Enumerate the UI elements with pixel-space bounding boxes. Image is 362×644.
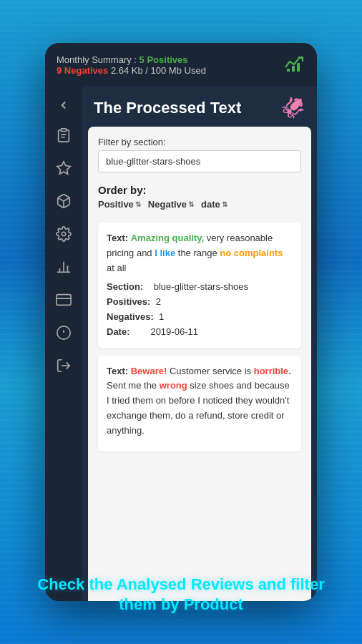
svg-point-8 [62,232,66,236]
order-date-button[interactable]: date ⇅ [201,199,228,210]
summary-label: Monthly Summary : [57,54,137,65]
review-1-date: Date: 2019-06-11 [107,325,293,340]
svg-rect-3 [61,129,66,132]
bottom-text: Check the Analysed Reviews and filter th… [0,560,362,623]
filter-section: Filter by section: [98,137,301,172]
sidebar-item-logout[interactable] [45,349,82,382]
sort-arrows-positive: ⇅ [135,200,141,208]
order-negative-button[interactable]: Negative ⇅ [148,199,194,210]
content-area: The Processed Text 🦑 Filter by section: … [82,86,317,601]
order-buttons: Positive ⇅ Negative ⇅ date ⇅ [98,199,301,210]
svg-rect-2 [297,63,300,72]
sidebar-item-chart[interactable] [45,250,82,283]
summary-bar: Monthly Summary : 5 Positives 9 Negative… [45,43,317,86]
review-1-negatives: Negatives: 1 [107,310,293,325]
phone-container: Monthly Summary : 5 Positives 9 Negative… [45,43,317,601]
sidebar-item-card[interactable] [45,283,82,316]
sidebar-item-clipboard[interactable] [45,119,82,152]
order-section: Order by: Positive ⇅ Negative ⇅ date [98,180,301,215]
bottom-text-container: Check the Analysed Reviews and filter th… [0,560,362,623]
page-title: The Processed Text [94,99,273,117]
positives-count: 5 Positives [140,54,188,65]
review-card-1: Text: Amazing quality, very reasonable p… [98,223,301,348]
review-1-section: Section: blue-glitter-stars-shoes [107,280,293,295]
octopus-icon: 🦑 [280,96,305,119]
filter-label: Filter by section: [98,137,301,147]
svg-rect-1 [292,66,295,72]
main-area: The Processed Text 🦑 Filter by section: … [45,86,317,601]
review-2-text: Text: Beware! Customer service is horrib… [107,364,293,439]
sidebar-item-star[interactable] [45,152,82,185]
summary-text: Monthly Summary : 5 Positives 9 Negative… [57,54,206,76]
filter-input[interactable] [98,150,301,172]
page-header: The Processed Text 🦑 [82,86,317,127]
collapse-arrow[interactable] [45,92,82,119]
sort-arrows-negative: ⇅ [188,200,194,208]
sidebar-item-info[interactable] [45,316,82,349]
svg-rect-13 [57,295,71,306]
review-card-2: Text: Beware! Customer service is horrib… [98,356,301,452]
svg-marker-6 [57,162,70,174]
sidebar-item-box[interactable] [45,185,82,218]
main-card: Filter by section: Order by: Positive ⇅ … [88,127,311,601]
negatives-count: 9 Negatives [57,65,108,76]
review-1-positives: Positives: 2 [107,295,293,310]
trend-icon [283,52,305,79]
sort-arrows-date: ⇅ [222,200,228,208]
sidebar [45,86,82,601]
review-1-text: Text: Amazing quality, very reasonable p… [107,231,293,275]
sidebar-item-settings[interactable] [45,218,82,250]
svg-rect-0 [287,69,290,72]
storage-info: 2.64 Kb / 100 Mb Used [111,65,206,76]
order-positive-button[interactable]: Positive ⇅ [98,199,141,210]
order-label: Order by: [98,184,301,196]
